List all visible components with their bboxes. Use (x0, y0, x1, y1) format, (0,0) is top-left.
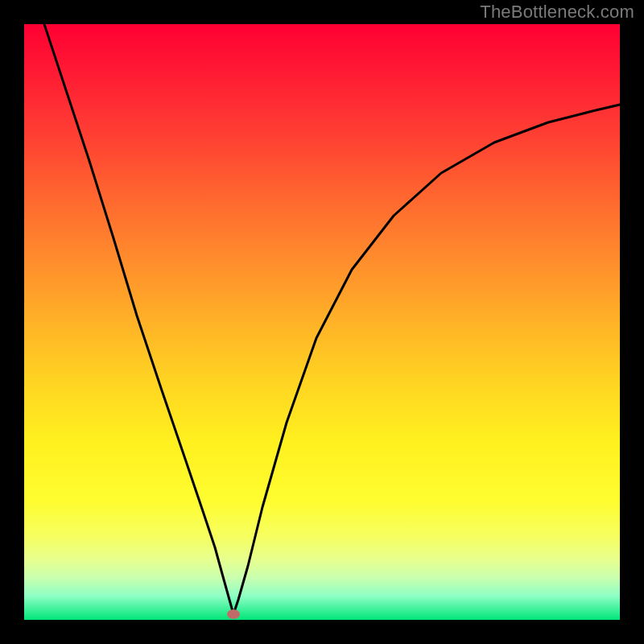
min-marker-icon (227, 609, 240, 619)
watermark-text: TheBottleneck.com (480, 2, 634, 23)
bottleneck-curve-svg (24, 24, 620, 620)
bottleneck-curve-path (44, 24, 620, 614)
plot-area (24, 24, 620, 620)
chart-frame: TheBottleneck.com (0, 0, 644, 644)
